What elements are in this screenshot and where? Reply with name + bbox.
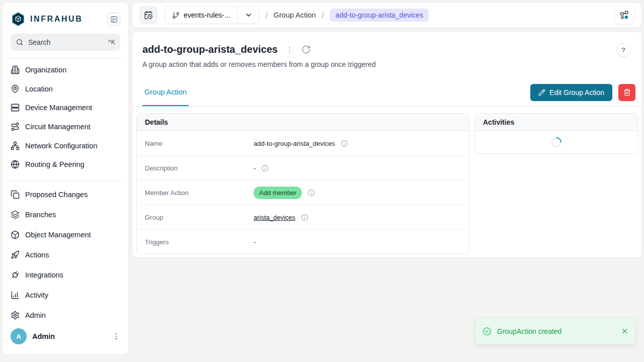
breadcrumb-current-page[interactable]: add-to-group-arista_devices [330,9,429,22]
user-menu[interactable]: A Admin [11,325,120,347]
detail-label: Triggers [137,238,254,246]
sidebar-item-label: Activity [25,291,48,299]
sidebar-item-label: Proposed Changes [25,191,88,199]
branch-selector-value: events-rules-... [165,11,237,19]
sidebar-item-device-management[interactable]: Device Management [11,98,120,117]
trash-icon [623,88,631,96]
globe-icon [11,160,20,169]
branch-name: events-rules-... [184,11,230,19]
route-icon [11,122,20,131]
activities-panel: Activities [474,113,638,154]
page-title: add-to-group-arista_devices [142,44,278,55]
sidebar-item-label: Object Management [25,231,91,239]
breadcrumb-group-action[interactable]: Group Action [274,11,316,19]
sidebar-item-label: Routing & Peering [25,160,85,168]
sidebar-item-label: Organization [25,66,66,74]
sidebar-item-admin[interactable]: Admin [11,305,120,325]
details-panel: Details Name add-to-group-arista_devices… [136,113,469,254]
info-icon[interactable] [261,164,269,172]
detail-label: Member Action [137,189,254,197]
sidebar-item-proposed-changes[interactable]: Proposed Changes [11,185,120,205]
sidebar-item-object-management[interactable]: Object Management [11,225,120,245]
layers-icon [11,210,20,219]
detail-label: Name [137,140,254,147]
tab-group-action[interactable]: Group Action [142,78,189,106]
title-kebab-menu-icon[interactable] [286,46,293,53]
breadcrumb: / Group Action / add-to-group-arista_dev… [260,9,429,22]
network-icon [11,141,20,150]
kebab-menu-icon[interactable] [112,332,120,340]
edit-button-label: Edit Group Action [549,88,604,97]
chevron-down-icon[interactable] [238,11,259,19]
sidebar-collapse-button[interactable] [107,13,120,26]
box-icon [11,230,20,239]
refresh-icon[interactable] [301,45,311,54]
detail-row-group: Group arista_devices [137,205,469,229]
sidebar-item-label: Admin [25,311,46,319]
sidebar: INFRAHUB Search ^K Organization Location… [2,2,129,355]
sidebar-item-organization[interactable]: Organization [11,60,120,79]
server-icon [11,103,20,112]
info-icon[interactable] [301,214,308,221]
breadcrumb-separator: / [266,11,268,20]
close-icon[interactable] [621,327,628,335]
sidebar-item-routing-peering[interactable]: Routing & Peering [11,155,120,174]
sidebar-item-label: Device Management [25,104,92,112]
details-panel-title: Details [137,114,469,131]
detail-label: Description [137,164,254,172]
loading-spinner [549,135,564,149]
search-icon [16,38,24,46]
map-pin-icon [11,84,20,94]
toast-message: GroupAction created [497,327,615,335]
detail-row-triggers: Triggers - [137,229,469,254]
info-icon[interactable] [307,189,315,197]
detail-row-member-action: Member Action Add member [137,180,469,205]
sidebar-divider [9,58,122,58]
bar-chart-icon [11,291,20,300]
schema-visualizer-button[interactable] [614,5,634,25]
main-content: add-to-group-arista_devices ? A group ac… [132,31,642,258]
sidebar-item-label: Circuit Management [25,123,91,131]
app-title: INFRAHUB [30,15,107,24]
detail-label: Group [137,214,254,221]
sidebar-item-label: Branches [25,211,56,219]
search-input[interactable]: Search ^K [11,34,120,51]
sidebar-item-integrations[interactable]: Integrations [11,265,120,285]
sidebar-item-branches[interactable]: Branches [11,205,120,225]
activities-panel-title: Activities [475,114,638,131]
help-button[interactable]: ? [616,43,630,57]
sidebar-item-label: Location [25,85,53,93]
group-link[interactable]: arista_devices [254,214,295,221]
schema-icon [619,10,629,20]
top-header: events-rules-... / Group Action / add-to… [132,2,642,28]
rocket-icon [11,250,20,259]
search-label: Search [28,38,104,46]
search-shortcut: ^K [108,39,115,46]
info-icon[interactable] [341,140,348,147]
logo-row: INFRAHUB [11,10,120,29]
detail-row-name: Name add-to-group-arista_devices [137,131,469,155]
sidebar-item-network-configuration[interactable]: Network Configuration [11,136,120,155]
page-description: A group action that adds or removes memb… [142,60,376,68]
diff-copy-icon [11,190,20,199]
tab-bar: Group Action Edit Group Action [132,78,641,107]
infrahub-logo-icon [11,12,26,27]
sidebar-item-location[interactable]: Location [11,79,120,99]
detail-value: - [254,238,256,246]
detail-value: - [254,164,256,172]
detail-row-description: Description - [137,155,469,180]
calendar-clock-icon [144,11,153,20]
sidebar-divider [9,181,122,182]
breadcrumb-separator: / [322,11,324,20]
sidebar-item-label: Integrations [25,271,63,279]
branch-selector[interactable]: events-rules-... [165,6,260,24]
sidebar-item-actions[interactable]: Actions [11,245,120,265]
gear-icon [11,311,20,320]
delete-button[interactable] [618,84,635,101]
edit-group-action-button[interactable]: Edit Group Action [530,84,612,101]
sidebar-item-activity[interactable]: Activity [11,285,120,305]
member-action-badge: Add member [254,187,302,199]
panel-collapse-icon [110,16,118,23]
time-travel-button[interactable] [139,7,157,24]
sidebar-item-circuit-management[interactable]: Circuit Management [11,117,120,136]
